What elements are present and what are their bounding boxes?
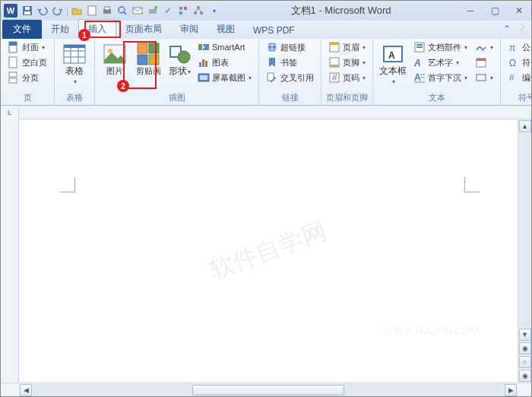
svg-text:A: A <box>388 50 395 61</box>
datetime-button[interactable] <box>473 56 496 69</box>
svg-rect-21 <box>9 72 17 77</box>
table-button[interactable]: 表格▾ <box>59 40 90 88</box>
wordart-icon: A <box>413 56 426 68</box>
document-scroll[interactable]: 软件自学网 WWW.RJZXW.COM <box>19 119 518 383</box>
ruler-horizontal[interactable]: L 24681012141618202224262830323436384042… <box>1 106 531 119</box>
svg-rect-58 <box>416 46 423 48</box>
group-tables: 表格▾ 表格 <box>55 39 95 105</box>
maximize-button[interactable]: ▢ <box>486 4 504 17</box>
spelling-icon[interactable]: ✓ <box>161 4 175 17</box>
tab-home[interactable]: 开始 <box>42 20 78 39</box>
svg-point-10 <box>154 6 157 9</box>
hyperlink-button[interactable]: 超链接 <box>264 40 316 54</box>
ruler-vertical[interactable] <box>1 119 19 383</box>
group-label: 页眉和页脚 <box>326 91 368 105</box>
svg-rect-43 <box>200 75 207 80</box>
scroll-down-button[interactable]: ▼ <box>519 329 531 341</box>
save-icon[interactable] <box>21 4 34 17</box>
cover-page-button[interactable]: 封面▾ <box>5 40 49 54</box>
tools-icon[interactable] <box>176 4 190 17</box>
svg-rect-20 <box>9 57 17 68</box>
app-icon[interactable]: W <box>4 4 17 17</box>
blank-page-button[interactable]: 空白页 <box>5 56 49 69</box>
quickparts-button[interactable]: 文档部件▾ <box>411 40 470 54</box>
symbol-button[interactable]: Ω符号▾ <box>505 56 532 69</box>
tab-wpspdf[interactable]: WPS PDF <box>244 22 304 39</box>
ribbon-minimize-icon[interactable]: ⌃ <box>503 24 511 34</box>
number-button[interactable]: #编号 <box>505 71 532 84</box>
header-icon <box>328 41 340 53</box>
tab-file[interactable]: 文件 <box>2 20 42 39</box>
undo-icon[interactable] <box>36 4 49 17</box>
pagenum-button[interactable]: #页码▾ <box>326 71 368 84</box>
close-button[interactable]: ✕ <box>510 4 528 17</box>
dropcap-button[interactable]: A首字下沉▾ <box>411 71 470 84</box>
preview-icon[interactable] <box>116 4 129 17</box>
svg-rect-19 <box>9 42 17 46</box>
symbol-icon: Ω <box>508 56 520 68</box>
ruler-corner[interactable]: L <box>1 106 19 119</box>
dropcap-icon: A <box>413 71 426 84</box>
page-break-button[interactable]: 分页 <box>5 71 49 84</box>
scroll-track[interactable] <box>519 133 531 328</box>
margin-corner-tr <box>464 177 480 192</box>
minimize-button[interactable]: ─ <box>461 4 480 17</box>
window-controls: ─ ▢ ✕ <box>461 4 528 17</box>
smartart-button[interactable]: SmartArt <box>195 40 254 54</box>
signature-button[interactable]: ▾ <box>473 40 496 54</box>
clipart-button[interactable]: 剪贴画 <box>133 40 163 78</box>
date-icon <box>475 56 487 68</box>
tab-layout[interactable]: 页面布局 <box>116 20 171 39</box>
svg-rect-32 <box>149 43 159 53</box>
prev-page-button[interactable]: ◉ <box>519 342 531 354</box>
group-label: 符号 <box>505 91 532 105</box>
svg-rect-41 <box>205 61 207 67</box>
svg-point-15 <box>197 6 200 9</box>
qat-customize-icon[interactable]: ▾ <box>207 4 220 17</box>
object-button[interactable]: ▾ <box>473 71 496 84</box>
highlight-badge-2: 2 <box>117 80 129 92</box>
group-symbols: π公式▾ Ω符号▾ #编号 符号 <box>501 39 532 105</box>
new-icon[interactable] <box>85 4 99 17</box>
crossref-button[interactable]: 交叉引用 <box>264 71 316 84</box>
scroll-left-button[interactable]: ◀ <box>20 384 32 396</box>
footer-button[interactable]: 页脚▾ <box>326 56 368 69</box>
svg-point-36 <box>178 51 190 63</box>
next-page-button[interactable]: ◉ <box>519 370 531 382</box>
scroll-up-button[interactable]: ▲ <box>519 120 531 132</box>
textbox-button[interactable]: A 文本框▾ <box>378 40 408 88</box>
scroll-h-track[interactable] <box>33 384 504 396</box>
scrollbar-horizontal[interactable]: ◀ ▶ <box>1 383 531 396</box>
svg-rect-57 <box>416 44 423 46</box>
svg-rect-14 <box>179 11 182 14</box>
svg-text:A: A <box>414 72 421 83</box>
equation-button[interactable]: π公式▾ <box>505 40 532 54</box>
chart-button[interactable]: 图表 <box>195 56 254 69</box>
scrollbar-vertical[interactable]: ▲ ▼ ◉ ○ ◉ <box>518 119 531 383</box>
highlight-badge-1: 1 <box>78 29 90 41</box>
tab-help-area: ⌃ ❔ <box>503 24 527 34</box>
page[interactable] <box>57 135 483 378</box>
open-icon[interactable] <box>70 4 84 17</box>
redo-icon[interactable] <box>51 4 65 17</box>
svg-rect-31 <box>138 43 147 53</box>
help-icon[interactable]: ❔ <box>515 24 527 34</box>
document-area: 软件自学网 WWW.RJZXW.COM ▲ ▼ ◉ ○ ◉ <box>1 119 531 383</box>
screenshot-button[interactable]: 屏幕截图▾ <box>195 71 254 84</box>
shapes-button[interactable]: 形状▾ <box>166 40 192 78</box>
bookmark-icon <box>266 56 278 68</box>
picture-button[interactable]: 图片 <box>100 40 130 78</box>
group-label: 文本 <box>378 91 496 105</box>
header-button[interactable]: 页眉▾ <box>326 40 368 54</box>
email-icon[interactable] <box>131 4 144 17</box>
print-icon[interactable] <box>100 4 114 17</box>
wordart-button[interactable]: A艺术字▾ <box>411 56 470 69</box>
bookmark-button[interactable]: 书签 <box>264 56 316 69</box>
tab-view[interactable]: 视图 <box>207 20 244 39</box>
org-icon[interactable] <box>192 4 205 17</box>
group-text: A 文本框▾ 文档部件▾ A艺术字▾ A首字下沉▾ ▾ ▾ 文本 <box>373 39 501 105</box>
scroll-right-button[interactable]: ▶ <box>505 384 517 396</box>
quickprint-icon[interactable] <box>146 4 160 17</box>
tab-review[interactable]: 审阅 <box>171 20 207 39</box>
browse-object-button[interactable]: ○ <box>519 356 531 368</box>
